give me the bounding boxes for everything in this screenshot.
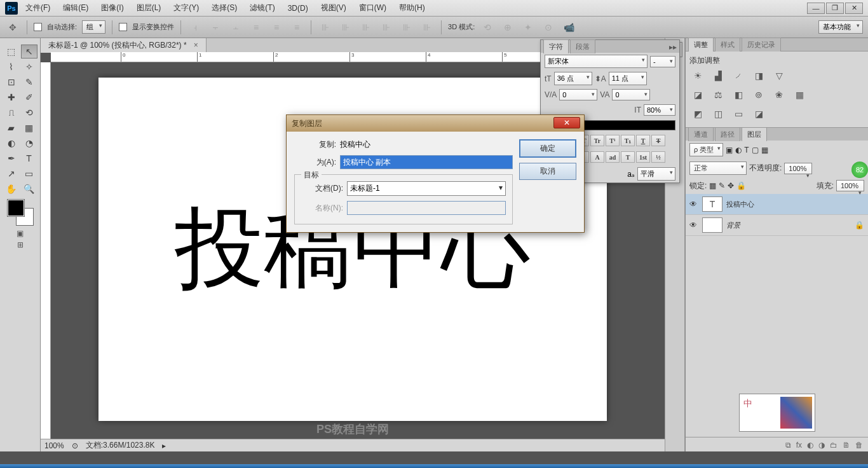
- collapse-icon[interactable]: ▸▸: [667, 41, 679, 53]
- gradient-map-icon[interactable]: ▭: [731, 108, 745, 120]
- underline-button[interactable]: T: [636, 135, 650, 146]
- document-dropdown[interactable]: 未标题-1: [347, 181, 506, 196]
- heal-tool[interactable]: ✚: [3, 90, 20, 104]
- exposure-icon[interactable]: ◨: [752, 70, 766, 81]
- tab-history[interactable]: 历史记录: [742, 38, 781, 52]
- link-icon[interactable]: ⧉: [785, 441, 791, 450]
- tab-layers[interactable]: 图层: [742, 127, 767, 141]
- new-layer-icon[interactable]: 🗎: [843, 441, 850, 450]
- fill-input[interactable]: 100%: [836, 180, 864, 191]
- vibrance-icon[interactable]: ▽: [772, 70, 786, 81]
- tab-channels[interactable]: 通道: [688, 127, 714, 141]
- maximize-button[interactable]: ❐: [826, 3, 844, 14]
- menu-help[interactable]: 帮助(H): [394, 1, 430, 15]
- stamp-tool[interactable]: ⎍: [3, 106, 20, 120]
- crop-tool[interactable]: ⊡: [3, 75, 20, 89]
- eraser-tool[interactable]: ▰: [3, 121, 20, 135]
- lock-paint-icon[interactable]: ✎: [719, 181, 725, 190]
- font-size-input[interactable]: 36 点: [554, 72, 592, 85]
- autoselect-dropdown[interactable]: 组: [82, 20, 105, 34]
- visibility-icon[interactable]: 👁: [689, 200, 698, 209]
- fx-icon[interactable]: fx: [796, 441, 802, 450]
- layer-thumbnail[interactable]: [702, 217, 722, 233]
- foreground-color[interactable]: [8, 200, 24, 216]
- menu-window[interactable]: 窗口(W): [354, 1, 391, 15]
- bw-icon[interactable]: ◧: [731, 89, 745, 100]
- menu-text[interactable]: 文字(Y): [168, 1, 204, 15]
- filter-adjust-icon[interactable]: ◐: [735, 146, 742, 155]
- menu-image[interactable]: 图像(I): [96, 1, 128, 15]
- ok-button[interactable]: 确定: [519, 139, 576, 158]
- menu-select[interactable]: 选择(S): [207, 1, 242, 15]
- mask-icon[interactable]: ◐: [807, 441, 813, 450]
- channel-mixer-icon[interactable]: ⊚: [752, 89, 766, 100]
- dialog-titlebar[interactable]: 复制图层 ✕: [287, 115, 584, 132]
- screen-mode-icon[interactable]: ⊞: [17, 240, 24, 249]
- ordinal-button[interactable]: 1st: [636, 151, 650, 163]
- tab-styles[interactable]: 样式: [715, 38, 740, 52]
- history-brush-tool[interactable]: ⟲: [21, 106, 37, 120]
- menu-view[interactable]: 视图(V): [316, 1, 351, 15]
- gradient-tool[interactable]: ▦: [21, 121, 37, 135]
- opacity-input[interactable]: 100%: [784, 163, 812, 174]
- quickmask-icon[interactable]: ▣: [17, 229, 24, 238]
- tab-paths[interactable]: 路径: [715, 127, 740, 141]
- wand-tool[interactable]: ✧: [21, 60, 37, 74]
- menu-layer[interactable]: 图层(L): [132, 1, 166, 15]
- zoom-slider-icon[interactable]: ⊙: [72, 441, 78, 450]
- adjustment-icon[interactable]: ◑: [818, 441, 825, 450]
- statusbar-arrow-icon[interactable]: ▸: [162, 441, 166, 450]
- antialias-dropdown[interactable]: 平滑: [637, 167, 675, 181]
- posterize-icon[interactable]: ▦: [792, 89, 806, 100]
- path-tool[interactable]: ↗: [3, 167, 20, 181]
- subscript-button[interactable]: T₁: [621, 135, 635, 146]
- group-icon[interactable]: 🗀: [830, 441, 837, 450]
- eyedropper-tool[interactable]: ✎: [21, 75, 37, 89]
- balance-icon[interactable]: ⚖: [711, 89, 725, 100]
- layer-name[interactable]: 背景: [726, 221, 740, 230]
- filter-smart-icon[interactable]: ▦: [761, 146, 768, 155]
- workspace-dropdown[interactable]: 基本功能: [818, 20, 863, 34]
- strike-button[interactable]: Ŧ: [651, 135, 665, 146]
- autoselect-checkbox[interactable]: [34, 23, 42, 31]
- lock-move-icon[interactable]: ✥: [728, 181, 734, 190]
- levels-icon[interactable]: ▟: [711, 70, 725, 81]
- tab-adjustments[interactable]: 调整: [688, 38, 714, 52]
- smallcaps-button[interactable]: Tr: [590, 135, 604, 146]
- font-style-dropdown[interactable]: -: [650, 56, 675, 67]
- layer-row[interactable]: 👁 背景 🔒: [686, 215, 868, 236]
- layer-thumbnail[interactable]: T: [702, 196, 722, 212]
- zoom-level[interactable]: 100%: [44, 441, 64, 450]
- menu-3d[interactable]: 3D(D): [283, 3, 313, 14]
- document-tab[interactable]: 未标题-1 @ 100% (投稿中心, RGB/32*) * ×: [41, 38, 207, 53]
- tracking-input[interactable]: 0: [612, 89, 650, 100]
- fraction-button[interactable]: ½: [651, 151, 665, 163]
- superscript-button[interactable]: T¹: [606, 135, 620, 146]
- dialog-close-button[interactable]: ✕: [553, 117, 580, 128]
- marquee-tool[interactable]: ⬚: [3, 45, 20, 59]
- photo-filter-icon[interactable]: ◪: [691, 89, 705, 100]
- filter-type-icon[interactable]: T: [744, 146, 749, 155]
- lasso-tool[interactable]: ⌇: [3, 60, 20, 74]
- hand-tool[interactable]: ✋: [3, 182, 20, 196]
- kerning-input[interactable]: 0: [559, 89, 597, 100]
- pen-tool[interactable]: ✒: [3, 151, 20, 165]
- layer-name[interactable]: 投稿中心: [726, 200, 754, 209]
- minimize-button[interactable]: —: [807, 3, 825, 14]
- delete-icon[interactable]: 🗑: [855, 441, 863, 450]
- brightness-icon[interactable]: ☀: [691, 70, 705, 81]
- stylistic-button[interactable]: ad: [606, 151, 620, 163]
- titling-button[interactable]: T: [621, 151, 635, 163]
- menu-file[interactable]: 文件(F): [20, 1, 55, 15]
- swash-button[interactable]: A: [590, 151, 604, 163]
- type-tool[interactable]: T: [21, 151, 37, 165]
- color-lookup-icon[interactable]: ❀: [772, 89, 786, 100]
- font-family-dropdown[interactable]: 新宋体: [545, 55, 648, 68]
- blend-mode-dropdown[interactable]: 正常: [689, 162, 747, 175]
- dodge-tool[interactable]: ◔: [21, 136, 37, 150]
- menu-filter[interactable]: 滤镜(T): [245, 1, 280, 15]
- invert-icon[interactable]: ◩: [691, 108, 705, 120]
- move-tool[interactable]: ↖: [21, 45, 37, 59]
- lock-transparent-icon[interactable]: ▦: [709, 181, 716, 190]
- close-button[interactable]: ✕: [845, 3, 863, 14]
